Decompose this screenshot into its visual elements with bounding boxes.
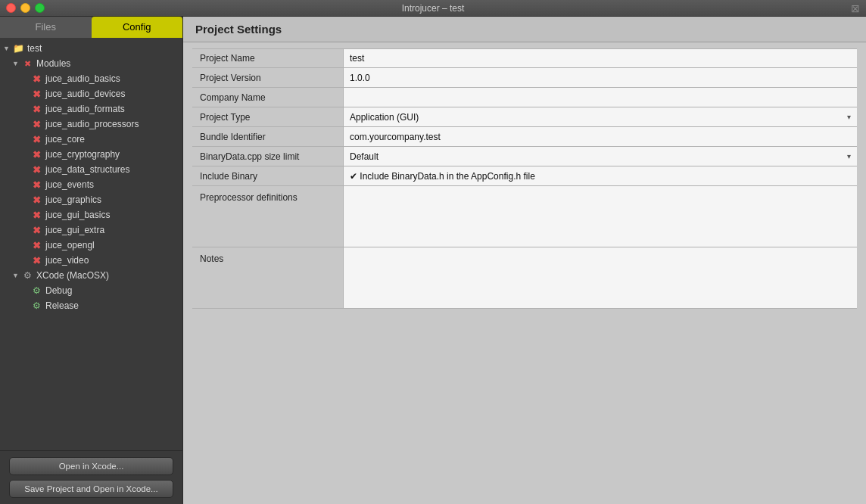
tree-item-juce-opengl[interactable]: ✖ juce_opengl: [0, 238, 182, 253]
row-company-name: Company Name: [192, 88, 857, 107]
minimize-button[interactable]: [20, 3, 30, 13]
row-bundle-identifier: Bundle Identifier: [192, 127, 857, 147]
value-company-name[interactable]: [344, 88, 857, 107]
red-x-icon: ✖: [30, 163, 42, 176]
file-tree: ▼ 📁 test ▼ ✖ Modules ✖ juce_audio_basics…: [0, 38, 182, 450]
label-notes: Notes: [192, 247, 344, 308]
tree-item-juce-video[interactable]: ✖ juce_video: [0, 253, 182, 268]
value-binarydata-size[interactable]: Default ▾: [344, 147, 857, 166]
value-bundle-identifier[interactable]: [344, 127, 857, 146]
tree-item-juce-data-structures[interactable]: ✖ juce_data_structures: [0, 162, 182, 177]
tree-item-juce-gui-extra[interactable]: ✖ juce_gui_extra: [0, 222, 182, 238]
red-x-icon: ✖: [30, 224, 42, 236]
window-resize-handle[interactable]: ⊠: [851, 2, 860, 14]
tree-item-juce-audio-devices[interactable]: ✖ juce_audio_devices: [0, 86, 182, 101]
window-title: Introjucer – test: [402, 3, 465, 14]
xcode-icon: ⚙: [21, 269, 33, 282]
value-project-version[interactable]: [344, 68, 857, 87]
tree-item-modules[interactable]: ▼ ✖ Modules: [0, 56, 182, 71]
tree-item-test[interactable]: ▼ 📁 test: [0, 41, 182, 56]
red-x-icon: ✖: [30, 194, 42, 206]
tree-item-juce-events[interactable]: ✖ juce_events: [0, 177, 182, 192]
red-x-icon: ✖: [30, 254, 42, 266]
red-x-icon: ✖: [30, 103, 42, 115]
red-x-icon: ✖: [30, 118, 42, 130]
textarea-preprocessor-defs[interactable]: [350, 189, 851, 242]
open-xcode-button[interactable]: Open in Xcode...: [9, 457, 173, 475]
row-project-type: Project Type Application (GUI) ▾: [192, 107, 857, 127]
value-project-type[interactable]: Application (GUI) ▾: [344, 107, 857, 126]
red-x-icon: ✖: [30, 133, 42, 145]
tree-item-juce-cryptography[interactable]: ✖ juce_cryptography: [0, 147, 182, 162]
tree-item-juce-audio-processors[interactable]: ✖ juce_audio_processors: [0, 117, 182, 132]
tree-item-juce-core[interactable]: ✖ juce_core: [0, 132, 182, 147]
row-binarydata-size: BinaryData.cpp size limit Default ▾: [192, 147, 857, 166]
textarea-notes[interactable]: [350, 250, 851, 303]
tree-item-juce-audio-formats[interactable]: ✖ juce_audio_formats: [0, 101, 182, 117]
page-title: Project Settings: [195, 23, 282, 36]
collapse-arrow: ▼: [12, 272, 21, 279]
traffic-lights: [6, 3, 45, 13]
tree-item-release[interactable]: ⚙ Release: [0, 298, 182, 313]
red-x-icon: ✖: [30, 73, 42, 85]
red-x-icon: ✖: [30, 209, 42, 221]
input-project-version[interactable]: [350, 73, 851, 83]
label-project-version: Project Version: [192, 68, 344, 87]
tree-item-juce-audio-basics[interactable]: ✖ juce_audio_basics: [0, 71, 182, 86]
label-preprocessor-defs: Preprocessor definitions: [192, 186, 344, 247]
modules-icon: ✖: [21, 58, 33, 70]
input-bundle-identifier[interactable]: [350, 132, 851, 142]
row-project-version: Project Version: [192, 68, 857, 88]
red-x-icon: ✖: [30, 179, 42, 191]
content-header: Project Settings: [183, 17, 866, 42]
collapse-arrow: ▼: [3, 45, 12, 52]
label-project-type: Project Type: [192, 107, 344, 126]
tree-item-xcode[interactable]: ▼ ⚙ XCode (MacOSX): [0, 268, 182, 283]
collapse-arrow: ▼: [12, 60, 21, 67]
red-x-icon: ✖: [30, 148, 42, 160]
tree-item-debug[interactable]: ⚙ Debug: [0, 283, 182, 298]
settings-table: Project Name Project Version Company Nam…: [183, 42, 866, 504]
dropdown-arrow-icon: ▾: [847, 152, 851, 160]
input-company-name[interactable]: [350, 92, 851, 103]
main-layout: Files Config ▼ 📁 test ▼ ✖ Modules: [0, 17, 866, 504]
label-project-name: Project Name: [192, 49, 344, 67]
value-preprocessor-defs[interactable]: [344, 186, 857, 247]
row-preprocessor-defs: Preprocessor definitions: [192, 186, 857, 247]
tree-item-juce-gui-basics[interactable]: ✖ juce_gui_basics: [0, 207, 182, 222]
tab-config[interactable]: Config: [92, 17, 183, 38]
maximize-button[interactable]: [35, 3, 45, 13]
row-notes: Notes: [192, 247, 857, 309]
tab-bar: Files Config: [0, 17, 182, 38]
value-include-binary[interactable]: ✔ Include BinaryData.h in the AppConfig.…: [344, 166, 857, 185]
title-bar: Introjucer – test ⊠: [0, 0, 866, 17]
sidebar: Files Config ▼ 📁 test ▼ ✖ Modules: [0, 17, 183, 504]
row-project-name: Project Name: [192, 48, 857, 68]
content-area: Project Settings Project Name Project Ve…: [183, 17, 866, 504]
tab-files[interactable]: Files: [0, 17, 92, 38]
label-bundle-identifier: Bundle Identifier: [192, 127, 344, 146]
save-open-xcode-button[interactable]: Save Project and Open in Xcode...: [9, 480, 173, 498]
input-project-name[interactable]: [350, 53, 851, 64]
folder-icon: 📁: [12, 42, 24, 54]
red-x-icon: ✖: [30, 239, 42, 251]
value-project-name[interactable]: [344, 49, 857, 67]
close-button[interactable]: [6, 3, 16, 13]
gear-icon: ⚙: [30, 300, 42, 312]
tree-item-juce-graphics[interactable]: ✖ juce_graphics: [0, 192, 182, 207]
red-x-icon: ✖: [30, 88, 42, 100]
row-include-binary: Include Binary ✔ Include BinaryData.h in…: [192, 166, 857, 186]
label-binarydata-size: BinaryData.cpp size limit: [192, 147, 344, 166]
gear-icon: ⚙: [30, 285, 42, 297]
label-include-binary: Include Binary: [192, 166, 344, 185]
sidebar-buttons: Open in Xcode... Save Project and Open i…: [0, 450, 182, 504]
value-notes[interactable]: [344, 247, 857, 308]
label-company-name: Company Name: [192, 88, 344, 107]
dropdown-arrow-icon: ▾: [847, 113, 851, 121]
